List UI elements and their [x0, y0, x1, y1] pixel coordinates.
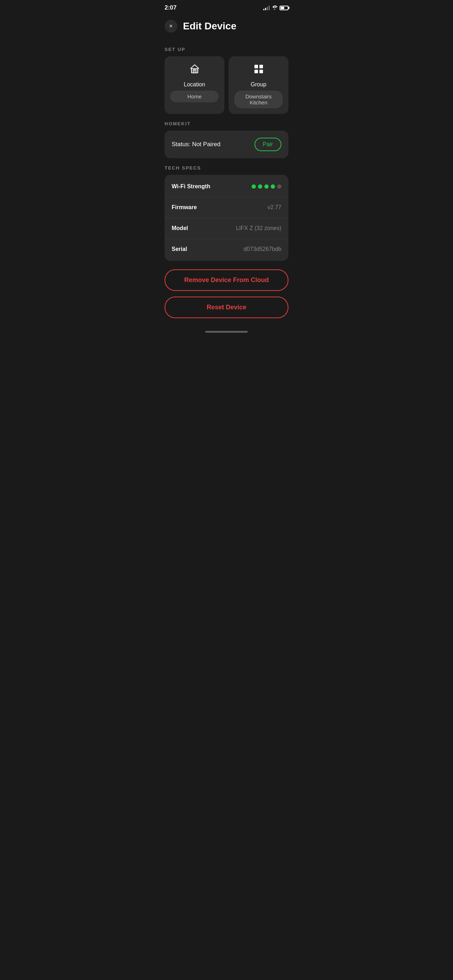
- tech-specs-card: Wi-Fi Strength Firmware v2.77 Model LIFX…: [165, 175, 288, 261]
- firmware-value: v2.77: [267, 204, 281, 211]
- tech-specs-section: Wi-Fi Strength Firmware v2.77 Model LIFX…: [157, 175, 296, 261]
- pair-button[interactable]: Pair: [254, 138, 281, 151]
- location-card[interactable]: Location Home: [165, 56, 224, 114]
- wifi-dot-4: [271, 185, 275, 189]
- wifi-dot-1: [252, 185, 256, 189]
- model-row: Model LIFX Z (32 zones): [165, 218, 288, 239]
- svg-rect-2: [254, 65, 258, 68]
- page-title: Edit Device: [183, 21, 237, 32]
- svg-rect-1: [191, 68, 198, 73]
- close-button[interactable]: ×: [165, 20, 177, 33]
- wifi-dot-3: [264, 185, 269, 189]
- model-label: Model: [172, 225, 188, 231]
- location-label: Location: [184, 81, 205, 88]
- status-icons: [263, 5, 288, 11]
- status-bar: 2:07: [157, 0, 296, 14]
- close-icon: ×: [169, 23, 172, 29]
- homekit-section-label: HOMEKIT: [157, 121, 296, 126]
- wifi-icon: [272, 5, 277, 11]
- remove-device-button[interactable]: Remove Device From Cloud: [165, 269, 288, 291]
- wifi-strength-row: Wi-Fi Strength: [165, 176, 288, 197]
- tech-specs-section-label: TECH SPECS: [157, 165, 296, 170]
- wifi-dot-5: [277, 185, 281, 189]
- battery-icon: [280, 6, 288, 10]
- signal-icon: [263, 5, 270, 10]
- setup-grid: Location Home Group Downstairs Kitchen: [157, 56, 296, 114]
- serial-label: Serial: [172, 246, 187, 252]
- group-card[interactable]: Group Downstairs Kitchen: [229, 56, 288, 114]
- home-indicator: [157, 327, 296, 340]
- firmware-row: Firmware v2.77: [165, 197, 288, 218]
- grid-icon: [253, 64, 264, 77]
- home-bar: [205, 331, 248, 332]
- setup-section-label: SET UP: [157, 47, 296, 52]
- group-label: Group: [251, 81, 266, 88]
- status-time: 2:07: [165, 4, 176, 11]
- reset-device-button[interactable]: Reset Device: [165, 297, 288, 318]
- firmware-label: Firmware: [172, 204, 197, 211]
- model-value: LIFX Z (32 zones): [236, 225, 281, 231]
- wifi-dots: [252, 185, 281, 189]
- serial-row: Serial d073d5267bdb: [165, 239, 288, 259]
- group-value: Downstairs Kitchen: [234, 91, 283, 108]
- svg-rect-5: [259, 70, 263, 73]
- homekit-section: Status: Not Paired Pair: [157, 130, 296, 158]
- svg-rect-3: [259, 65, 263, 68]
- serial-value: d073d5267bdb: [243, 246, 281, 252]
- homekit-card: Status: Not Paired Pair: [165, 130, 288, 158]
- wifi-dot-2: [258, 185, 262, 189]
- action-buttons: Remove Device From Cloud Reset Device: [157, 261, 296, 327]
- location-value: Home: [170, 91, 219, 102]
- homekit-status: Status: Not Paired: [172, 141, 221, 148]
- home-icon: [189, 64, 200, 77]
- header: × Edit Device: [157, 14, 296, 40]
- svg-rect-4: [254, 70, 258, 73]
- wifi-strength-label: Wi-Fi Strength: [172, 183, 210, 190]
